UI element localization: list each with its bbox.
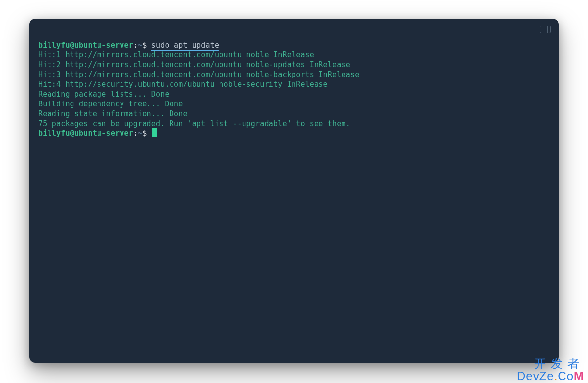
prompt-at: @: [70, 129, 74, 138]
prompt-path: ~: [138, 129, 142, 138]
prompt-path: ~: [138, 41, 142, 50]
prompt-user: billyfu: [38, 41, 70, 50]
output-line: Hit:4 http://security.ubuntu.com/ubuntu …: [38, 80, 328, 89]
prompt-line-2: billyfu@ubuntu-server:~$: [38, 129, 157, 138]
output-line: Building dependency tree... Done: [38, 100, 183, 108]
watermark-line2: DevZe.CoM: [517, 370, 584, 382]
prompt-user: billyfu: [38, 129, 70, 138]
prompt-symbol: $: [142, 129, 147, 138]
prompt-symbol: $: [142, 41, 147, 50]
prompt-host: ubuntu-server: [74, 129, 133, 138]
output-line: Hit:3 http://mirrors.cloud.tencent.com/u…: [38, 70, 359, 79]
output-line: Reading package lists... Done: [38, 90, 170, 99]
terminal-window[interactable]: billyfu@ubuntu-server:~$ sudo apt update…: [29, 19, 559, 363]
prompt-at: @: [70, 41, 74, 50]
command-text: sudo apt update: [151, 41, 219, 51]
output-line: Hit:2 http://mirrors.cloud.tencent.com/u…: [38, 60, 350, 69]
output-line: Reading state information... Done: [38, 109, 188, 118]
cursor-block: [152, 128, 157, 137]
output-line: Hit:1 http://mirrors.cloud.tencent.com/u…: [38, 51, 314, 59]
terminal-content[interactable]: billyfu@ubuntu-server:~$ sudo apt update…: [38, 26, 550, 138]
prompt-line-1: billyfu@ubuntu-server:~$ sudo apt update: [38, 41, 219, 51]
prompt-colon: :: [133, 129, 138, 138]
prompt-host: ubuntu-server: [74, 41, 133, 50]
output-line: 75 packages can be upgraded. Run 'apt li…: [38, 119, 350, 128]
prompt-colon: :: [133, 41, 138, 50]
split-panes-icon[interactable]: [540, 26, 551, 33]
